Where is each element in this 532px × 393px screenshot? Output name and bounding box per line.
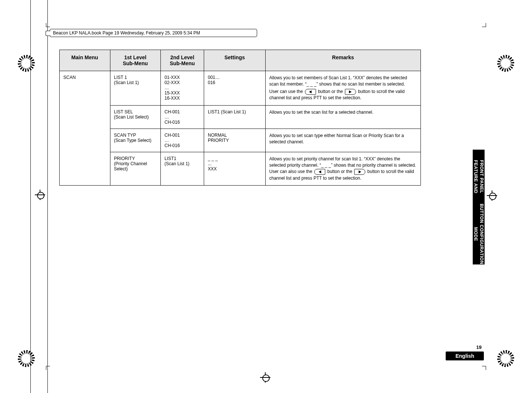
first-level-desc: (Scan List Select) (114, 114, 157, 120)
table-row: SCAN TYP (Scan Type Select) CH-001 … CH-… (60, 129, 421, 152)
first-level-name: LIST SEL (114, 109, 157, 114)
trim-corner (482, 366, 486, 370)
side-tab-line: FRONT PANEL FEATURE AND (473, 150, 485, 204)
settings-cell: NORMAL PRIORITY (204, 129, 266, 152)
second-level-cell: 01-XXX 02-XXX … 15-XXX 16-XXX (161, 71, 204, 106)
trim-guide (30, 0, 31, 393)
second-level-item: … (164, 85, 200, 90)
col-header-1st-level: 1st Level Sub-Menu (110, 50, 161, 71)
settings-item: ... (208, 161, 262, 166)
arrow-right-key-icon (354, 169, 365, 175)
remarks-cell: Allows you to set members of Scan List 1… (265, 71, 420, 106)
trim-guide (47, 0, 48, 393)
print-registration-mark (497, 55, 514, 72)
first-level-cell: LIST SEL (Scan List Select) (110, 105, 161, 129)
remarks-text: button or the (318, 89, 344, 94)
first-level-name: PRIORITY (114, 156, 157, 161)
second-level-cell: CH-001 … CH-016 (161, 129, 204, 152)
second-level-item: … (164, 138, 200, 143)
print-crosshair-icon (260, 372, 270, 383)
settings-cell: _ _ _ ... XXX (204, 152, 266, 186)
settings-item: 016 (208, 80, 262, 85)
first-level-desc: (Priority Channel Select) (114, 161, 157, 171)
settings-item: PRIORITY (208, 138, 262, 143)
trim-corner (46, 23, 50, 27)
footer: 19 English (446, 344, 484, 360)
remarks-text: User can use the (269, 89, 304, 94)
menu-table: Main Menu 1st Level Sub-Menu 2nd Level S… (59, 50, 421, 186)
table-row: LIST SEL (Scan List Select) CH-001 … CH-… (60, 105, 421, 129)
first-level-name: SCAN TYP (114, 133, 157, 138)
settings-item: LIST1 (Scan List 1) (208, 109, 262, 114)
second-level-item: CH-016 (164, 143, 200, 148)
second-level-cell: CH-001 … CH-016 (161, 105, 204, 129)
first-level-cell: LIST 1 (Scan List 1) (110, 71, 161, 106)
first-level-cell: SCAN TYP (Scan Type Select) (110, 129, 161, 152)
table-row: PRIORITY (Priority Channel Select) LIST1… (60, 152, 421, 186)
col-header-main-menu: Main Menu (60, 50, 110, 71)
remarks-cell: Allows you to set priority channel for s… (265, 152, 420, 186)
print-registration-mark (18, 55, 35, 72)
settings-item: XXX (208, 166, 262, 171)
settings-item: 001… (208, 75, 262, 80)
second-level-item: CH-001 (164, 109, 200, 114)
second-level-item: CH-001 (164, 133, 200, 138)
first-level-desc: (Scan List 1) (114, 80, 157, 85)
settings-item: NORMAL (208, 133, 262, 138)
language-badge: English (446, 352, 484, 360)
remarks-text: button or the (327, 169, 354, 174)
col-header-remarks: Remarks (265, 50, 420, 71)
settings-cell: 001… 016 (204, 71, 266, 106)
second-level-item: LIST1 (164, 156, 200, 161)
remarks-text: Allows you to set scan type either Norma… (269, 133, 404, 144)
remarks-text: Allows you to set members of Scan List 1… (269, 75, 417, 88)
print-crosshair-icon (35, 190, 45, 200)
second-level-item: 02-XXX (164, 80, 200, 85)
section-side-tab: FRONT PANEL FEATURE AND BUTTON CONFIGURA… (473, 150, 485, 264)
trim-corner (46, 366, 50, 370)
remarks-cell: Allows you to set the scan list for a se… (265, 105, 420, 129)
main-menu-cell: SCAN (60, 71, 110, 186)
print-registration-mark (18, 350, 35, 367)
first-level-desc: (Scan Type Select) (114, 138, 157, 143)
side-tab-line: BUTTON CONFIGURATION MODE (473, 204, 485, 264)
settings-item: _ _ _ (208, 156, 262, 161)
second-level-item: 01-XXX (164, 75, 200, 80)
second-level-item: CH-016 (164, 120, 200, 125)
col-header-2nd-level: 2nd Level Sub-Menu (161, 50, 204, 71)
remarks-text: Allows you to set the scan list for a se… (269, 110, 373, 115)
second-level-item: 15-XXX (164, 90, 200, 96)
trim-corner (482, 23, 486, 27)
second-level-item: (Scan List 1) (164, 161, 200, 166)
arrow-left-key-icon (314, 169, 325, 175)
second-level-item: 16-XXX (164, 96, 200, 101)
print-registration-mark (497, 350, 514, 367)
document-header-text: Beacon LKP NALA.book Page 19 Wednesday, … (53, 30, 200, 36)
col-header-settings: Settings (204, 50, 266, 71)
remarks-cell: Allows you to set scan type either Norma… (265, 129, 420, 152)
first-level-cell: PRIORITY (Priority Channel Select) (110, 152, 161, 186)
settings-cell: LIST1 (Scan List 1) (204, 105, 266, 129)
table-row: SCAN LIST 1 (Scan List 1) 01-XXX 02-XXX … (60, 71, 421, 106)
second-level-item: … (164, 114, 200, 120)
first-level-name: LIST 1 (114, 75, 157, 80)
second-level-cell: LIST1 (Scan List 1) (161, 152, 204, 186)
document-header: Beacon LKP NALA.book Page 19 Wednesday, … (50, 29, 257, 37)
page-number: 19 (476, 344, 484, 350)
print-crosshair-icon (487, 190, 497, 201)
arrow-left-key-icon (305, 89, 316, 95)
arrow-right-key-icon (345, 89, 356, 95)
